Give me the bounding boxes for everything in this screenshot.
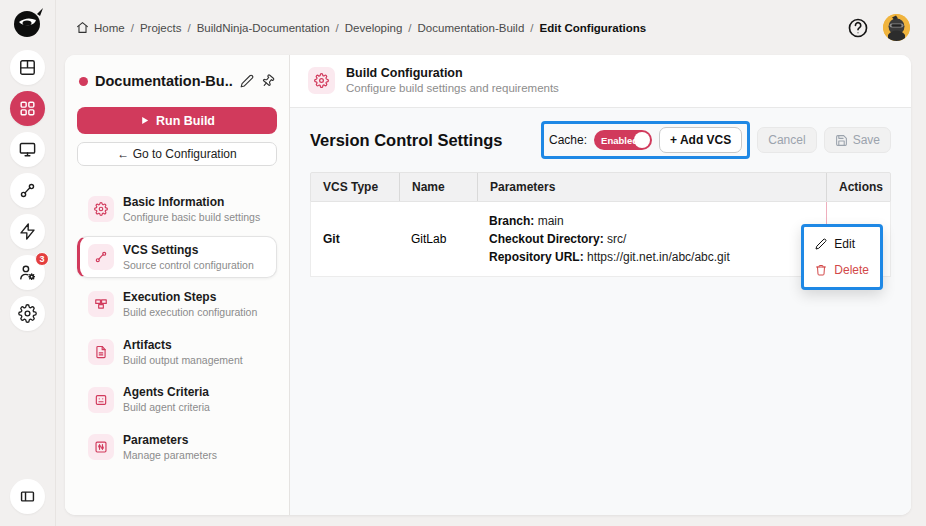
- nav-label: Basic Information: [123, 195, 260, 210]
- breadcrumb-separator: /: [187, 22, 190, 34]
- nav-item-artifacts[interactable]: Artifacts Build output management: [77, 331, 277, 374]
- run-build-label: Run Build: [156, 114, 215, 128]
- trash-icon: [815, 264, 827, 276]
- section-controls: Cache: Enabled + Add VCS Cancel: [541, 121, 891, 159]
- nav-item-parameters[interactable]: Parameters Manage parameters: [77, 426, 277, 469]
- dashboard-icon[interactable]: [10, 50, 45, 85]
- cancel-label: Cancel: [768, 133, 805, 147]
- param-label: Checkout Directory:: [489, 232, 604, 246]
- breadcrumb-build[interactable]: Documentation-Build: [418, 22, 525, 34]
- build-config-gear-icon: [308, 67, 335, 94]
- project-title: Documentation-Bu...: [95, 73, 233, 89]
- status-dot: [79, 77, 88, 86]
- build-configuration-header: Build Configuration Configure build sett…: [290, 55, 911, 108]
- nav-label: Parameters: [123, 433, 217, 448]
- main-body: Version Control Settings Cache: Enabled …: [290, 108, 911, 515]
- nav-label: Agents Criteria: [123, 385, 210, 400]
- main-header-subtitle: Configure build settings and requirement…: [346, 82, 559, 94]
- nav-desc: Configure basic build settings: [123, 211, 260, 224]
- breadcrumb-separator: /: [336, 22, 339, 34]
- section-row: Version Control Settings Cache: Enabled …: [310, 121, 891, 159]
- go-to-configuration-button[interactable]: ← Go to Configuration: [77, 142, 277, 166]
- menu-item-delete[interactable]: Delete: [815, 263, 869, 277]
- save-button[interactable]: Save: [824, 127, 891, 153]
- parameters-icon: [88, 434, 114, 460]
- home-icon: [76, 21, 89, 34]
- pin-icon[interactable]: [261, 74, 275, 88]
- collapse-sidebar-icon[interactable]: [10, 479, 45, 514]
- config-nav: Basic Information Configure basic build …: [77, 188, 277, 469]
- agents-user-icon[interactable]: 3: [10, 255, 45, 290]
- edit-pencil-icon: [815, 238, 827, 250]
- file-icon: [88, 339, 114, 365]
- add-vcs-label: + Add VCS: [670, 133, 731, 147]
- main-header-title: Build Configuration: [346, 66, 559, 80]
- topbar: Home / Projects / BuildNinja-Documentati…: [56, 0, 926, 55]
- toggle-knob: [634, 132, 650, 148]
- buildninja-logo: [9, 4, 47, 42]
- param-value: src/: [607, 232, 626, 246]
- breadcrumb-project[interactable]: BuildNinja-Documentation: [197, 22, 330, 34]
- highlighted-cache-controls: Cache: Enabled + Add VCS: [541, 121, 750, 159]
- nav-item-basic-information[interactable]: Basic Information Configure basic build …: [77, 188, 277, 231]
- git-branch-icon[interactable]: [10, 173, 45, 208]
- param-value: https://git.net.in/abc/abc.git: [587, 250, 730, 264]
- user-avatar[interactable]: [883, 14, 910, 41]
- app-screen: 3 Home / Projects / BuildNinja-Documenta…: [0, 0, 926, 526]
- nav-desc: Build execution configuration: [123, 306, 257, 319]
- nav-item-vcs-settings[interactable]: VCS Settings Source control configuratio…: [77, 236, 277, 279]
- gear-icon: [88, 196, 114, 222]
- cache-toggle-state: Enabled: [601, 135, 638, 146]
- notification-badge: 3: [35, 252, 49, 266]
- vcs-branch-icon: [88, 244, 114, 270]
- cache-label: Cache:: [549, 133, 587, 147]
- save-icon: [835, 134, 848, 147]
- nav-item-agents-criteria[interactable]: Agents Criteria Build agent criteria: [77, 378, 277, 421]
- nav-label: VCS Settings: [123, 243, 254, 258]
- apps-grid-icon[interactable]: [10, 91, 45, 126]
- breadcrumb-projects[interactable]: Projects: [140, 22, 182, 34]
- nav-desc: Build output management: [123, 354, 243, 367]
- agent-icon: [88, 387, 114, 413]
- th-vcs-type: VCS Type: [311, 173, 399, 201]
- nav-item-execution-steps[interactable]: Execution Steps Build execution configur…: [77, 283, 277, 326]
- run-build-button[interactable]: Run Build: [77, 107, 277, 134]
- breadcrumb-separator: /: [530, 22, 533, 34]
- param-label: Repository URL:: [489, 250, 584, 264]
- go-to-configuration-label: ← Go to Configuration: [117, 147, 236, 161]
- monitor-icon[interactable]: [10, 132, 45, 167]
- edit-label: Edit: [834, 237, 855, 251]
- add-vcs-button[interactable]: + Add VCS: [659, 127, 742, 153]
- row-actions-menu: Edit Delete: [801, 224, 883, 290]
- cancel-button[interactable]: Cancel: [757, 127, 816, 153]
- nav-label: Execution Steps: [123, 290, 257, 305]
- help-icon[interactable]: [847, 17, 869, 39]
- th-parameters: Parameters: [477, 173, 826, 201]
- project-title-row: Documentation-Bu...: [77, 71, 277, 91]
- delete-label: Delete: [834, 263, 869, 277]
- project-panel: Documentation-Bu... Run Build ← Go to Co…: [65, 55, 290, 515]
- param-value: main: [538, 214, 564, 228]
- main-content: Build Configuration Configure build sett…: [290, 55, 911, 515]
- breadcrumb-home[interactable]: Home: [94, 22, 125, 34]
- section-title: Version Control Settings: [310, 131, 503, 150]
- nav-label: Artifacts: [123, 338, 243, 353]
- cache-toggle[interactable]: Enabled: [594, 130, 652, 150]
- cell-vcs-type: Git: [311, 202, 399, 276]
- cell-parameters: Branch: main Checkout Directory: src/ Re…: [477, 202, 826, 276]
- settings-gear-icon[interactable]: [10, 296, 45, 331]
- breadcrumb-current: Edit Configurations: [540, 22, 647, 34]
- lightning-icon[interactable]: [10, 214, 45, 249]
- icon-rail: 3: [0, 0, 56, 526]
- steps-icon: [88, 291, 114, 317]
- play-icon: [139, 115, 150, 126]
- breadcrumb-separator: /: [408, 22, 411, 34]
- th-actions: Actions: [826, 173, 890, 201]
- nav-desc: Manage parameters: [123, 449, 217, 462]
- param-label: Branch:: [489, 214, 534, 228]
- menu-item-edit[interactable]: Edit: [815, 237, 869, 251]
- edit-title-icon[interactable]: [240, 74, 254, 88]
- th-name: Name: [399, 173, 477, 201]
- table-header-row: VCS Type Name Parameters Actions: [310, 172, 891, 202]
- breadcrumb-developing[interactable]: Developing: [345, 22, 403, 34]
